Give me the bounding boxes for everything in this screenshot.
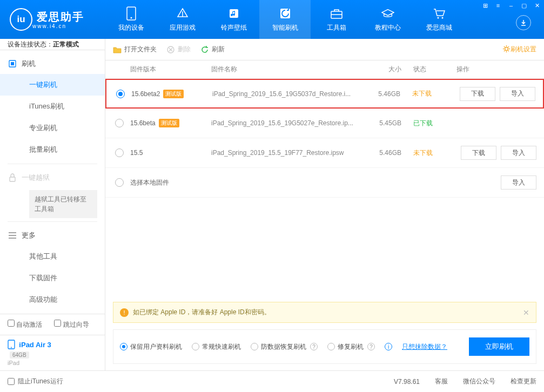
tablet-icon xyxy=(8,340,15,351)
app-logo-icon: iu xyxy=(10,8,32,31)
version-label: V7.98.61 xyxy=(394,378,420,386)
auto-activate-check[interactable]: 自动激活 xyxy=(8,320,42,329)
sidebar-item-oneclick[interactable]: 一键刷机 xyxy=(0,74,105,96)
download-button[interactable]: 下载 xyxy=(460,87,495,101)
beta-badge: 测试版 xyxy=(163,90,184,98)
nav-ringtones[interactable]: 铃声壁纸 xyxy=(208,0,259,39)
device-type: iPad xyxy=(8,360,97,366)
sidebar-head-more[interactable]: 更多 xyxy=(0,225,105,246)
chip-icon xyxy=(8,59,17,69)
row-radio[interactable] xyxy=(115,119,124,127)
table-row[interactable]: 15.5 iPad_Spring_2019_15.5_19F77_Restore… xyxy=(105,138,544,168)
flash-settings-button[interactable]: 刷机设置 xyxy=(502,45,536,55)
block-itunes-check[interactable]: 阻止iTunes运行 xyxy=(8,377,63,386)
table-row-local[interactable]: 选择本地固件 导入 xyxy=(105,168,544,198)
win-list-icon[interactable]: ≡ xyxy=(494,2,502,9)
sidebar-item-batch[interactable]: 批量刷机 xyxy=(0,139,105,160)
sidebar-item-download-fw[interactable]: 下载固件 xyxy=(0,267,105,289)
warning-icon: ! xyxy=(120,308,129,317)
close-icon[interactable]: ✕ xyxy=(523,308,529,317)
delete-button[interactable]: 删除 xyxy=(166,45,191,54)
status-value: 正常模式 xyxy=(53,40,79,49)
nav-flash[interactable]: 智能刷机 xyxy=(259,0,311,39)
th-status: 状态 xyxy=(401,65,450,74)
firmware-status: 已下载 xyxy=(401,119,450,128)
erase-link[interactable]: 只想抹除数据？ xyxy=(402,342,447,352)
nav-store[interactable]: 爱思商城 xyxy=(413,0,465,39)
titlebar: iu 爱思助手 www.i4.cn 我的设备 应用游戏 铃声壁纸 智能刷机 工具… xyxy=(0,0,544,39)
skip-guide-check[interactable]: 跳过向导 xyxy=(54,320,89,329)
svg-point-5 xyxy=(437,17,439,18)
refresh-icon xyxy=(279,7,292,20)
nav-my-device[interactable]: 我的设备 xyxy=(105,0,157,39)
device-capacity: 64GB xyxy=(10,352,29,359)
flash-now-button[interactable]: 立即刷机 xyxy=(469,337,529,356)
nav-apps[interactable]: 应用游戏 xyxy=(157,0,208,39)
firmware-status: 未下载 xyxy=(400,89,449,98)
svg-rect-9 xyxy=(10,177,15,181)
app-name: 爱思助手 xyxy=(37,10,84,24)
sidebar-head-flash[interactable]: 刷机 xyxy=(0,53,105,74)
row-radio[interactable] xyxy=(116,90,125,98)
firmware-size: 5.46GB xyxy=(359,149,401,157)
firmware-status: 未下载 xyxy=(401,148,450,158)
table-row[interactable]: 15.6beta测试版 iPad_Spring_2019_15.6_19G502… xyxy=(105,109,544,138)
opt-quick[interactable]: 常规快速刷机 xyxy=(192,342,241,352)
sidebar-item-itunes[interactable]: iTunes刷机 xyxy=(0,96,105,117)
minimize-button[interactable]: – xyxy=(507,2,515,9)
firmware-name: iPad_Spring_2019_15.5_19F77_Restore.ipsw xyxy=(211,149,359,157)
opt-antirestore[interactable]: 防数据恢复刷机? xyxy=(251,342,318,352)
device-name: iPad Air 3 xyxy=(19,341,51,349)
toolbox-icon xyxy=(330,7,343,20)
gear-icon xyxy=(502,45,511,55)
top-nav: 我的设备 应用游戏 铃声壁纸 智能刷机 工具箱 教程中心 爱思商城 xyxy=(105,0,465,39)
import-button[interactable]: 导入 xyxy=(500,87,535,101)
sidebar-item-other[interactable]: 其他工具 xyxy=(0,246,105,267)
svg-point-11 xyxy=(11,347,12,348)
svg-point-1 xyxy=(130,17,132,18)
hat-icon xyxy=(381,7,394,20)
menu-icon xyxy=(8,231,17,240)
nav-toolbox[interactable]: 工具箱 xyxy=(311,0,362,39)
sidebar: 设备连接状态： 正常模式 刷机 一键刷机 iTunes刷机 专业刷机 批量刷机 … xyxy=(0,39,105,370)
check-update-link[interactable]: 检查更新 xyxy=(511,377,536,386)
nav-tutorials[interactable]: 教程中心 xyxy=(362,0,413,39)
opt-repair[interactable]: 修复刷机? xyxy=(327,342,375,352)
window-controls: ⊞ ≡ – ▢ ✕ xyxy=(481,2,541,9)
row-radio[interactable] xyxy=(115,148,124,157)
row-radio[interactable] xyxy=(115,178,124,187)
download-button[interactable]: 下载 xyxy=(461,146,496,160)
opt-keepdata[interactable]: 保留用户资料刷机 xyxy=(120,342,182,352)
sidebar-checks: 自动激活 跳过向导 xyxy=(0,314,105,335)
maximize-button[interactable]: ▢ xyxy=(520,2,528,9)
info-icon[interactable]: i xyxy=(385,343,392,350)
win-grid-icon[interactable]: ⊞ xyxy=(481,2,489,9)
sidebar-head-jailbreak: 一键越狱 xyxy=(0,167,105,188)
connection-status: 设备连接状态： 正常模式 xyxy=(0,39,105,50)
import-button[interactable]: 导入 xyxy=(501,146,536,160)
table-row[interactable]: 15.6beta2测试版 iPad_Spring_2019_15.6_19G50… xyxy=(105,79,544,109)
th-ops: 操作 xyxy=(450,65,536,74)
firmware-name: iPad_Spring_2019_15.6_19G5027e_Restore.i… xyxy=(211,119,359,127)
import-button[interactable]: 导入 xyxy=(501,175,536,190)
device-info[interactable]: iPad Air 3 64GB iPad xyxy=(0,335,105,370)
wechat-link[interactable]: 微信公众号 xyxy=(463,377,495,386)
download-button[interactable] xyxy=(516,15,531,30)
main-area: 打开文件夹 删除 刷新 刷机设置 固件版本 固件名称 大小 状态 操作 15.6… xyxy=(105,39,544,370)
customer-service-link[interactable]: 客服 xyxy=(435,377,448,386)
svg-point-13 xyxy=(505,47,508,50)
open-folder-button[interactable]: 打开文件夹 xyxy=(113,45,157,54)
reload-icon xyxy=(200,45,209,54)
close-button[interactable]: ✕ xyxy=(533,2,541,9)
help-icon[interactable]: ? xyxy=(367,343,375,350)
appleid-notice: ! 如已绑定 Apple ID，请准备好 Apple ID和密码。 ✕ xyxy=(113,302,536,323)
th-version: 固件版本 xyxy=(130,65,211,74)
logo-area: iu 爱思助手 www.i4.cn xyxy=(0,0,105,39)
lock-icon xyxy=(8,173,17,183)
refresh-button[interactable]: 刷新 xyxy=(200,45,225,54)
folder-icon xyxy=(113,45,122,54)
help-icon[interactable]: ? xyxy=(310,343,318,350)
svg-rect-8 xyxy=(11,62,14,65)
sidebar-item-advanced[interactable]: 高级功能 xyxy=(0,289,105,310)
sidebar-item-pro[interactable]: 专业刷机 xyxy=(0,117,105,139)
